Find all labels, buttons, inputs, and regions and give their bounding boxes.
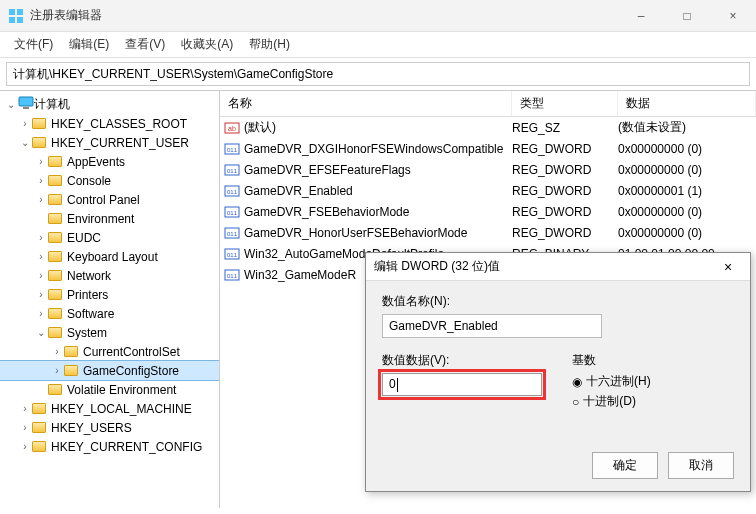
- tree-item[interactable]: ›Control Panel: [0, 190, 219, 209]
- col-type[interactable]: 类型: [512, 91, 618, 116]
- value-type: REG_DWORD: [512, 184, 618, 198]
- ok-button[interactable]: 确定: [592, 452, 658, 479]
- chevron-right-icon: ›: [34, 270, 48, 281]
- tree-item[interactable]: Environment: [0, 209, 219, 228]
- tree-gameconfigstore[interactable]: ›GameConfigStore: [0, 361, 219, 380]
- menu-edit[interactable]: 编辑(E): [61, 32, 117, 57]
- value-name: GameDVR_DXGIHonorFSEWindowsCompatible: [244, 142, 512, 156]
- menu-bar: 文件(F) 编辑(E) 查看(V) 收藏夹(A) 帮助(H): [0, 32, 756, 58]
- binary-value-icon: 011: [224, 246, 240, 262]
- value-type: REG_DWORD: [512, 163, 618, 177]
- svg-rect-0: [9, 9, 15, 15]
- menu-view[interactable]: 查看(V): [117, 32, 173, 57]
- folder-icon: [32, 117, 48, 131]
- value-data-label: 数值数据(V):: [382, 352, 542, 369]
- dialog-close-button[interactable]: ×: [714, 259, 742, 275]
- binary-value-icon: 011: [224, 183, 240, 199]
- value-name-field[interactable]: GameDVR_Enabled: [382, 314, 602, 338]
- binary-value-icon: 011: [224, 204, 240, 220]
- tree-item[interactable]: Volatile Environment: [0, 380, 219, 399]
- radio-unchecked-icon: ○: [572, 395, 579, 409]
- tree-item[interactable]: ›Console: [0, 171, 219, 190]
- menu-favorites[interactable]: 收藏夹(A): [173, 32, 241, 57]
- tree-hkcc[interactable]: ›HKEY_CURRENT_CONFIG: [0, 437, 219, 456]
- tree-item[interactable]: ›EUDC: [0, 228, 219, 247]
- binary-value-icon: 011: [224, 141, 240, 157]
- maximize-button[interactable]: □: [664, 0, 710, 32]
- string-value-icon: ab: [224, 120, 240, 136]
- svg-text:011: 011: [227, 231, 238, 237]
- folder-icon: [64, 345, 80, 359]
- radio-dec[interactable]: ○十进制(D): [572, 393, 651, 410]
- menu-file[interactable]: 文件(F): [6, 32, 61, 57]
- binary-value-icon: 011: [224, 267, 240, 283]
- value-name-label: 数值名称(N):: [382, 293, 734, 310]
- list-header: 名称 类型 数据: [220, 91, 756, 117]
- tree-item[interactable]: ›CurrentControlSet: [0, 342, 219, 361]
- value-data: 0x00000000 (0): [618, 142, 756, 156]
- chevron-right-icon: ›: [18, 422, 32, 433]
- svg-rect-3: [17, 17, 23, 23]
- tree-root[interactable]: ⌄计算机: [0, 95, 219, 114]
- radio-hex[interactable]: ◉十六进制(H): [572, 373, 651, 390]
- value-type: REG_DWORD: [512, 205, 618, 219]
- close-button[interactable]: ×: [710, 0, 756, 32]
- svg-text:011: 011: [227, 273, 238, 279]
- tree-hkcu[interactable]: ⌄HKEY_CURRENT_USER: [0, 133, 219, 152]
- svg-rect-1: [17, 9, 23, 15]
- tree-hklm[interactable]: ›HKEY_LOCAL_MACHINE: [0, 399, 219, 418]
- tree-item[interactable]: ›Printers: [0, 285, 219, 304]
- svg-text:011: 011: [227, 210, 238, 216]
- value-row[interactable]: 011GameDVR_EnabledREG_DWORD0x00000001 (1…: [220, 180, 756, 201]
- value-row[interactable]: 011GameDVR_FSEBehaviorModeREG_DWORD0x000…: [220, 201, 756, 222]
- base-group-label: 基数: [572, 352, 651, 369]
- col-data[interactable]: 数据: [618, 91, 756, 116]
- value-name: GameDVR_EFSEFeatureFlags: [244, 163, 512, 177]
- svg-rect-4: [19, 97, 33, 106]
- value-row[interactable]: 011GameDVR_DXGIHonorFSEWindowsCompatible…: [220, 138, 756, 159]
- chevron-right-icon: ›: [18, 403, 32, 414]
- value-row[interactable]: 011GameDVR_EFSEFeatureFlagsREG_DWORD0x00…: [220, 159, 756, 180]
- address-bar[interactable]: 计算机\HKEY_CURRENT_USER\System\GameConfigS…: [6, 62, 750, 86]
- chevron-right-icon: ›: [34, 251, 48, 262]
- value-type: REG_DWORD: [512, 226, 618, 240]
- value-row[interactable]: ab(默认)REG_SZ(数值未设置): [220, 117, 756, 138]
- col-name[interactable]: 名称: [220, 91, 512, 116]
- value-type: REG_SZ: [512, 121, 618, 135]
- chevron-right-icon: ›: [34, 156, 48, 167]
- tree-item[interactable]: ›Network: [0, 266, 219, 285]
- tree-pane[interactable]: ⌄计算机 ›HKEY_CLASSES_ROOT ⌄HKEY_CURRENT_US…: [0, 91, 220, 508]
- tree-system[interactable]: ⌄System: [0, 323, 219, 342]
- text-cursor: [397, 378, 398, 392]
- chevron-right-icon: ›: [18, 441, 32, 452]
- tree-item[interactable]: ›Keyboard Layout: [0, 247, 219, 266]
- tree-item[interactable]: ›AppEvents: [0, 152, 219, 171]
- folder-icon: [64, 364, 80, 378]
- title-bar: 注册表编辑器 – □ ×: [0, 0, 756, 32]
- window-title: 注册表编辑器: [30, 7, 618, 24]
- value-data: (数值未设置): [618, 119, 756, 136]
- chevron-right-icon: ›: [34, 194, 48, 205]
- folder-icon: [48, 231, 64, 245]
- chevron-right-icon: ›: [34, 175, 48, 186]
- cancel-button[interactable]: 取消: [668, 452, 734, 479]
- menu-help[interactable]: 帮助(H): [241, 32, 298, 57]
- value-data: 0x00000001 (1): [618, 184, 756, 198]
- svg-rect-2: [9, 17, 15, 23]
- value-data-input[interactable]: 0: [382, 373, 542, 396]
- folder-icon: [48, 193, 64, 207]
- value-name: GameDVR_Enabled: [244, 184, 512, 198]
- dialog-title-bar[interactable]: 编辑 DWORD (32 位)值 ×: [366, 253, 750, 281]
- minimize-button[interactable]: –: [618, 0, 664, 32]
- tree-hkcr[interactable]: ›HKEY_CLASSES_ROOT: [0, 114, 219, 133]
- app-icon: [8, 8, 24, 24]
- radio-checked-icon: ◉: [572, 375, 582, 389]
- tree-item[interactable]: ›Software: [0, 304, 219, 323]
- tree-hku[interactable]: ›HKEY_USERS: [0, 418, 219, 437]
- folder-icon: [48, 288, 64, 302]
- svg-text:011: 011: [227, 189, 238, 195]
- folder-icon: [48, 307, 64, 321]
- folder-icon: [48, 212, 64, 226]
- value-row[interactable]: 011GameDVR_HonorUserFSEBehaviorModeREG_D…: [220, 222, 756, 243]
- folder-icon: [48, 174, 64, 188]
